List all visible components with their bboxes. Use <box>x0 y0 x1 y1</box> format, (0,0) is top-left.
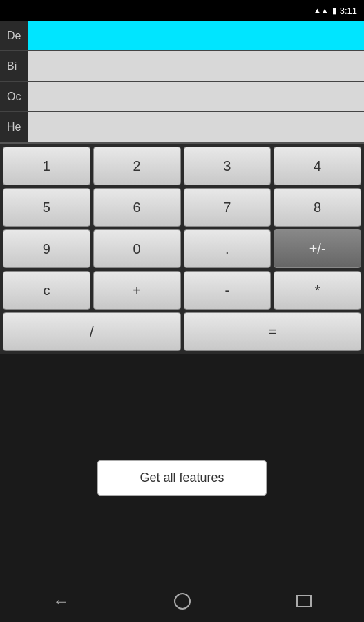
get-features-button[interactable]: Get all features <box>97 460 266 496</box>
status-time: 3:11 <box>340 6 357 16</box>
keypad-row-3: 9 0 . +/- <box>3 229 361 268</box>
keypad-row-1: 1 2 3 4 <box>3 147 361 185</box>
key-9[interactable]: 9 <box>3 229 90 268</box>
key-5[interactable]: 5 <box>3 188 90 227</box>
status-bar: ▲▲ ▮ 3:11 <box>0 0 364 21</box>
key-7[interactable]: 7 <box>184 188 271 227</box>
features-section: Get all features <box>0 354 364 601</box>
key-divide[interactable]: / <box>3 312 181 351</box>
nav-back-button[interactable]: ← <box>52 592 69 611</box>
key-plusminus[interactable]: +/- <box>274 229 361 268</box>
wifi-icon: ▲▲ <box>314 6 329 15</box>
status-icons: ▲▲ ▮ 3:11 <box>314 6 357 16</box>
display-input-oct[interactable] <box>33 91 358 103</box>
display-row-hex: He <box>0 112 364 142</box>
display-label-dec: De <box>0 30 28 42</box>
display-row-dec: De <box>0 21 364 51</box>
key-clear[interactable]: c <box>3 271 90 310</box>
key-dot[interactable]: . <box>184 229 271 268</box>
keypad-row-4: c + - * <box>3 271 361 310</box>
key-1[interactable]: 1 <box>3 147 90 185</box>
key-8[interactable]: 8 <box>274 188 361 227</box>
display-section: De Bi Oc He <box>0 21 364 142</box>
keypad-row-2: 5 6 7 8 <box>3 188 361 227</box>
display-input-box-bin[interactable] <box>28 51 364 81</box>
display-row-oct: Oc <box>0 82 364 112</box>
key-4[interactable]: 4 <box>274 147 361 185</box>
display-input-box-hex[interactable] <box>28 112 364 142</box>
key-3[interactable]: 3 <box>184 147 271 185</box>
display-label-hex: He <box>0 121 28 133</box>
display-input-hex[interactable] <box>33 121 358 133</box>
key-equals[interactable]: = <box>184 312 362 351</box>
nav-recent-button[interactable] <box>296 595 312 607</box>
nav-bar: ← <box>0 581 364 622</box>
key-2[interactable]: 2 <box>93 147 181 185</box>
keypad: 1 2 3 4 5 6 7 8 9 0 . +/- c + - * / <box>0 144 364 354</box>
key-multiply[interactable]: * <box>274 271 361 310</box>
key-minus[interactable]: - <box>184 271 271 310</box>
display-input-bin[interactable] <box>33 60 358 73</box>
key-plus[interactable]: + <box>93 271 181 310</box>
display-input-dec[interactable] <box>33 30 358 42</box>
nav-home-button[interactable] <box>174 593 191 610</box>
battery-icon: ▮ <box>332 6 336 15</box>
app-container: De Bi Oc He <box>0 21 364 601</box>
display-label-oct: Oc <box>0 91 28 103</box>
key-0[interactable]: 0 <box>93 229 181 268</box>
display-input-box-dec[interactable] <box>28 21 364 50</box>
key-6[interactable]: 6 <box>93 188 181 227</box>
display-row-bin: Bi <box>0 51 364 82</box>
display-input-box-oct[interactable] <box>28 82 364 111</box>
keypad-row-5: / = <box>3 312 361 351</box>
display-label-bin: Bi <box>0 60 28 73</box>
